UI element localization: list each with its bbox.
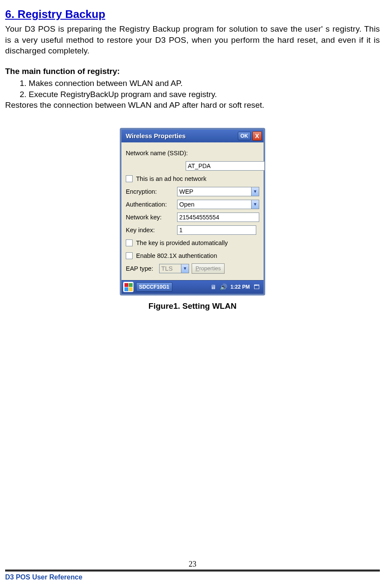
restore-line: Restores the connection between WLAN and… xyxy=(5,100,380,111)
eap-auth-label: Enable 802.1X authentication xyxy=(136,252,217,259)
properties-button: PPropertiesroperties xyxy=(192,263,225,274)
ssid-label: Network name (SSID): xyxy=(126,150,188,157)
footer-reference: D3 POS User Reference xyxy=(5,573,380,581)
list-item-2: 2. Execute RegistryBackUp program and sa… xyxy=(5,89,380,100)
wireless-properties-dialog: Wireless Properties OK X Network name (S… xyxy=(120,128,265,295)
intro-paragraph: Your D3 POS is preparing the Registry Ba… xyxy=(5,24,380,56)
taskbar-app[interactable]: SDCCF10G1 xyxy=(136,282,172,292)
taskbar: SDCCF10G1 🖥 🔊 1:22 PM 🗔 xyxy=(121,280,264,294)
autokey-checkbox[interactable] xyxy=(126,239,133,246)
footer-divider xyxy=(5,570,380,571)
network-key-input[interactable] xyxy=(177,213,259,222)
encryption-label: Encryption: xyxy=(126,188,177,195)
ssid-input[interactable] xyxy=(186,161,265,171)
eap-type-select: TLS ▼ xyxy=(159,264,189,273)
adhoc-label: This is an ad hoc network xyxy=(136,175,206,182)
key-index-label: Key index: xyxy=(126,227,177,233)
chevron-down-icon: ▼ xyxy=(251,200,259,209)
subhead-main-function: The main function of registry: xyxy=(5,67,380,76)
authentication-label: Authentication: xyxy=(126,201,177,208)
chevron-down-icon: ▼ xyxy=(181,264,189,273)
section-title: 6. Registry Backup xyxy=(5,8,380,21)
key-index-input[interactable] xyxy=(177,225,256,235)
close-button[interactable]: X xyxy=(252,131,262,141)
list-item-1: 1. Makes connection between WLAN and AP. xyxy=(5,78,380,89)
eap-checkbox[interactable] xyxy=(126,252,133,259)
desktop-tray-icon[interactable]: 🗔 xyxy=(252,283,261,291)
figure-caption: Figure1. Setting WLAN xyxy=(5,301,380,311)
dialog-title: Wireless Properties xyxy=(123,132,238,139)
network-tray-icon[interactable]: 🖥 xyxy=(209,283,218,291)
adhoc-checkbox[interactable] xyxy=(126,175,133,182)
volume-tray-icon[interactable]: 🔊 xyxy=(219,283,228,291)
network-key-label: Network key: xyxy=(126,214,177,221)
taskbar-clock: 1:22 PM xyxy=(231,284,250,290)
autokey-label: The key is provided automatically xyxy=(136,239,228,246)
authentication-select[interactable]: Open ▼ xyxy=(177,200,259,209)
page-number: 23 xyxy=(5,560,380,569)
ok-button[interactable]: OK xyxy=(238,132,251,140)
titlebar: Wireless Properties OK X xyxy=(121,130,264,142)
chevron-down-icon: ▼ xyxy=(251,187,259,196)
eap-type-label: EAP type: xyxy=(126,265,159,272)
start-button[interactable] xyxy=(123,282,133,292)
encryption-select[interactable]: WEP ▼ xyxy=(177,187,259,196)
